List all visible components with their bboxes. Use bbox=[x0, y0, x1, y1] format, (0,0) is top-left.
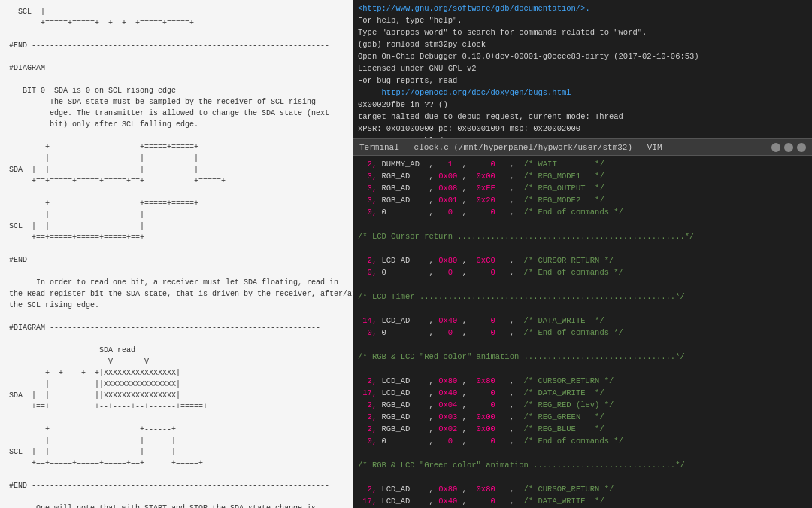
gdb-line: Open On-Chip Debugger 0.10.0+dev-00001-g… bbox=[358, 51, 807, 63]
gdb-line: xPSR: 0x01000000 pc: 0x00001094 msp: 0x2… bbox=[358, 123, 807, 135]
section-header bbox=[358, 472, 807, 484]
section-header: /* RGB & LCD "Green color" animation ...… bbox=[358, 460, 807, 472]
code-line: 2, RGB_AD , 0x04 , 0 , /* REG_RED (lev) … bbox=[358, 400, 807, 412]
gdb-line: Licensed under GNU GPL v2 bbox=[358, 63, 807, 75]
section-header: /* RGB & LCD "Red color" animation .....… bbox=[358, 351, 807, 364]
code-line: 2, LCD_AD , 0x80 , 0x80 , /* CURSOR_RETU… bbox=[358, 484, 807, 496]
window-controls bbox=[771, 143, 806, 152]
gdb-line: target halted due to debug-request, curr… bbox=[358, 111, 807, 123]
minimize-button[interactable] bbox=[771, 143, 780, 152]
gdb-line: For help, type "help". bbox=[358, 15, 807, 27]
section-header bbox=[358, 448, 807, 460]
code-line: 3, RGB_AD , 0x08 , 0xFF , /* REG_OUTPUT … bbox=[358, 183, 807, 195]
gdb-line: For bug reports, read bbox=[358, 75, 807, 87]
doc-content: SCL | +=====+=====+--+--+--+=====+=====+… bbox=[9, 6, 344, 508]
gdb-line: Type "apropos word" to search for comman… bbox=[358, 27, 807, 39]
code-line: 2, LCD_AD , 0x80 , 0x80 , /* CURSOR_RETU… bbox=[358, 376, 807, 388]
gdb-line: <http://www.gnu.org/software/gdb/documen… bbox=[358, 3, 807, 15]
vim-titlebar: Terminal - clock.c (/mnt/hyperpanel/hypw… bbox=[353, 139, 812, 156]
section-header bbox=[358, 279, 807, 291]
code-line: 17, LCD_AD , 0x40 , 0 , /* DATA_WRITE */ bbox=[358, 388, 807, 400]
right-panel: <http://www.gnu.org/software/gdb/documen… bbox=[353, 0, 812, 508]
section-header bbox=[358, 339, 807, 351]
code-line: 2, RGB_AD , 0x03 , 0x00 , /* REG_GREEN *… bbox=[358, 412, 807, 424]
code-line: 3, RGB_AD , 0x00 , 0x00 , /* REG_MODE1 *… bbox=[358, 171, 807, 183]
gdb-line: 0x00029fbe in ?? () bbox=[358, 99, 807, 111]
code-line: 17, LCD_AD , 0x40 , 0 , /* DATA_WRITE */ bbox=[358, 496, 807, 508]
code-line: 2, DUMMY_AD , 1 , 0 , /* WAIT */ bbox=[358, 159, 807, 171]
vim-terminal[interactable]: Terminal - clock.c (/mnt/hyperpanel/hypw… bbox=[353, 139, 812, 508]
section-header bbox=[358, 243, 807, 255]
gdb-line: (gdb) romload stm32py clock bbox=[358, 39, 807, 51]
code-line: 0, 0 , 0 , 0 , /* End of commands */ bbox=[358, 207, 807, 219]
gdb-terminal[interactable]: <http://www.gnu.org/software/gdb/documen… bbox=[353, 0, 812, 139]
maximize-button[interactable] bbox=[784, 143, 793, 152]
section-header bbox=[358, 364, 807, 376]
vim-title: Terminal - clock.c (/mnt/hyperpanel/hypw… bbox=[359, 143, 662, 152]
code-line: 0, 0 , 0 , 0 , /* End of commands */ bbox=[358, 436, 807, 448]
section-header: /* LCD Cursor return ...................… bbox=[358, 231, 807, 243]
left-panel: SCL | +=====+=====+--+--+--+=====+=====+… bbox=[0, 0, 353, 508]
code-line: 14, LCD_AD , 0x40 , 0 , /* DATA_WRITE */ bbox=[358, 315, 807, 327]
code-line: 0, 0 , 0 , 0 , /* End of commands */ bbox=[358, 327, 807, 339]
vim-content[interactable]: 2, DUMMY_AD , 1 , 0 , /* WAIT */ 3, RGB_… bbox=[353, 156, 812, 508]
title-left: Terminal - clock.c (/mnt/hyperpanel/hypw… bbox=[359, 143, 662, 152]
code-line: 2, RGB_AD , 0x02 , 0x00 , /* REG_BLUE */ bbox=[358, 424, 807, 436]
code-line: 2, LCD_AD , 0x80 , 0xC0 , /* CURSOR_RETU… bbox=[358, 255, 807, 267]
close-button[interactable] bbox=[797, 143, 806, 152]
section-header bbox=[358, 219, 807, 231]
section-header: /* LCD Timer ...........................… bbox=[358, 291, 807, 303]
code-line: 0, 0 , 0 , 0 , /* End of commands */ bbox=[358, 267, 807, 279]
section-header bbox=[358, 303, 807, 315]
gdb-line: http://openocd.org/doc/doxygen/bugs.html bbox=[358, 87, 807, 99]
code-line: 3, RGB_AD , 0x01 , 0x20 , /* REG_MODE2 *… bbox=[358, 195, 807, 207]
